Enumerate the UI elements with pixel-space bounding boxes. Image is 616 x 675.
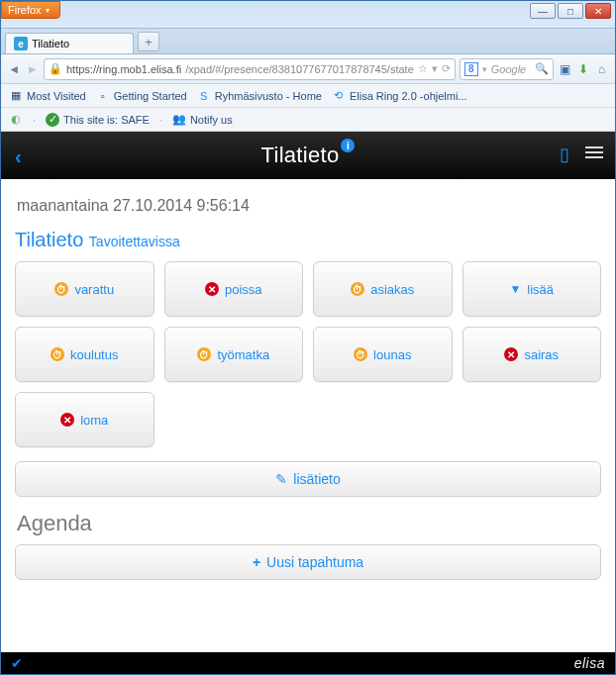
tile-koulutus[interactable]: ⏱koulutus: [15, 327, 154, 382]
dropdown-icon: ▾: [46, 6, 50, 15]
search-box[interactable]: 8 ▾ Google 🔍: [460, 58, 555, 80]
reload-icon[interactable]: ⟳: [442, 62, 451, 75]
status-grid: ⏱varattu ✕poissa ⏱asiakas ▼lisää ⏱koulut…: [15, 261, 601, 447]
section-subtitle: Tavoitettavissa: [89, 234, 180, 249]
firefox-menu-button[interactable]: Firefox ▾: [1, 1, 60, 19]
url-bar[interactable]: 🔒 https://ring.mob1.elisa.fi/xpad/#/pres…: [44, 58, 456, 80]
x-icon: ✕: [205, 282, 219, 296]
chevron-down-icon: ▼: [509, 282, 521, 296]
dropdown-icon[interactable]: ▾: [432, 62, 438, 75]
clock-icon: ⏱: [51, 347, 64, 361]
bookmark-most-visited[interactable]: ▦Most Visited: [9, 89, 86, 103]
window-maximize-button[interactable]: □: [558, 3, 583, 19]
tile-poissa[interactable]: ✕poissa: [164, 261, 304, 317]
lock-icon: 🔒: [49, 62, 62, 75]
divider: ·: [159, 114, 162, 126]
url-host: https://ring.mob1.elisa.fi: [66, 63, 181, 75]
clock-icon: ⏱: [354, 347, 367, 361]
tab-title: Tilatieto: [32, 38, 69, 49]
bookmark-getting-started[interactable]: ▫Getting Started: [96, 89, 187, 103]
page-icon: ▫: [96, 89, 110, 103]
ring-icon: ⟲: [332, 89, 346, 103]
nav-bar: ◄ ► 🔒 https://ring.mob1.elisa.fi/xpad/#/…: [1, 54, 615, 84]
firefox-label: Firefox: [8, 4, 42, 16]
app-viewport: ‹ Tilatieto i ▯ maanantaina 27.10.2014 9…: [1, 132, 615, 674]
phone-icon[interactable]: ▯: [560, 144, 569, 165]
search-placeholder: Google: [491, 63, 526, 75]
tile-asiakas[interactable]: ⏱asiakas: [313, 261, 453, 317]
pencil-icon: ✎: [275, 471, 287, 487]
bookmark-button[interactable]: ▣: [558, 58, 572, 80]
x-icon: ✕: [504, 347, 518, 361]
tile-varattu[interactable]: ⏱varattu: [15, 261, 154, 317]
bookmark-ryhma[interactable]: SRyhmäsivusto - Home: [197, 89, 322, 103]
more-info-button[interactable]: ✎ lisätieto: [15, 461, 601, 497]
tile-lounas[interactable]: ⏱lounas: [313, 327, 453, 382]
tile-more[interactable]: ▼lisää: [462, 261, 602, 317]
x-icon: ✕: [60, 413, 74, 427]
notify-us[interactable]: 👥Notify us: [172, 113, 233, 127]
tile-sairas[interactable]: ✕sairas: [462, 327, 602, 382]
people-icon: 👥: [172, 113, 186, 127]
tile-loma[interactable]: ✕loma: [15, 392, 154, 447]
divider: ·: [33, 114, 36, 126]
check-icon[interactable]: ✔: [11, 655, 23, 671]
app-footer: ✔ elisa: [1, 652, 615, 674]
dropdown-icon[interactable]: ▾: [482, 64, 487, 74]
sharepoint-icon: S: [197, 89, 211, 103]
wot-ring-icon: ◐: [9, 113, 23, 127]
app-header: ‹ Tilatieto i ▯: [1, 132, 615, 179]
info-icon[interactable]: i: [341, 139, 355, 152]
favicon-icon: e: [14, 37, 28, 50]
statusbar: ◐ · ✓This site is: SAFE · 👥Notify us: [1, 108, 615, 132]
tile-tyomatka[interactable]: ⏱työmatka: [164, 327, 304, 382]
browser-tab[interactable]: e Tilatieto: [5, 33, 134, 53]
window-controls: — □ ✕: [530, 3, 611, 19]
grid-icon: ▦: [9, 89, 23, 103]
url-path: /xpad/#/presence/8381077677017878745/sta…: [185, 63, 414, 75]
app-content: maanantaina 27.10.2014 9:56:14 Tilatieto…: [1, 179, 615, 580]
clock-icon: ⏱: [54, 282, 68, 296]
section-title: Tilatieto Tavoitettavissa: [15, 229, 601, 251]
plus-icon: +: [253, 554, 260, 570]
google-icon: 8: [464, 62, 478, 76]
site-safe[interactable]: ✓This site is: SAFE: [46, 113, 150, 127]
home-button[interactable]: ⌂: [594, 58, 609, 80]
search-icon[interactable]: 🔍: [535, 62, 549, 75]
new-event-button[interactable]: + Uusi tapahtuma: [15, 544, 601, 580]
menu-icon[interactable]: [585, 144, 603, 165]
window-minimize-button[interactable]: —: [530, 3, 556, 19]
brand-logo: elisa: [574, 655, 605, 671]
tab-bar: e Tilatieto +: [1, 29, 615, 54]
back-button[interactable]: ◄: [7, 58, 22, 80]
wot-icon[interactable]: ◐: [9, 113, 23, 127]
back-chevron-icon[interactable]: ‹: [15, 145, 22, 168]
page-title: Tilatieto i: [261, 143, 356, 168]
agenda-heading: Agenda: [17, 511, 599, 536]
clock-icon: ⏱: [351, 282, 364, 296]
bookmarks-bar: ▦Most Visited ▫Getting Started SRyhmäsiv…: [1, 84, 615, 108]
downloads-button[interactable]: ⬇: [576, 58, 591, 80]
timestamp: maanantaina 27.10.2014 9:56:14: [17, 197, 599, 215]
clock-icon: ⏱: [197, 347, 211, 361]
window-titlebar: Firefox ▾ — □ ✕: [1, 1, 615, 29]
bookmark-star-icon[interactable]: ☆: [418, 62, 428, 75]
bookmark-ring[interactable]: ⟲Elisa Ring 2.0 -ohjelmi...: [332, 89, 467, 103]
forward-button[interactable]: ►: [26, 58, 41, 80]
check-icon: ✓: [46, 113, 59, 127]
window-close-button[interactable]: ✕: [585, 3, 611, 19]
new-tab-button[interactable]: +: [138, 32, 159, 51]
